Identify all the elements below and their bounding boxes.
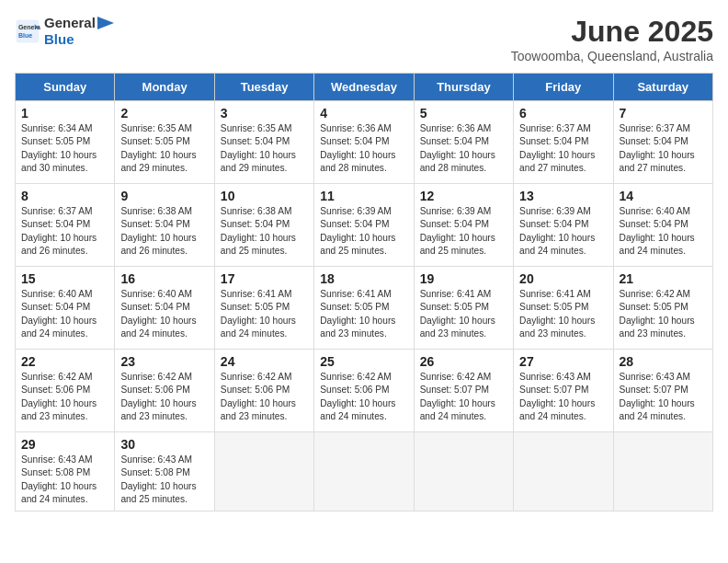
calendar-cell: 11Sunrise: 6:39 AM Sunset: 5:04 PM Dayli…: [314, 184, 414, 267]
calendar-week-row: 15Sunrise: 6:40 AM Sunset: 5:04 PM Dayli…: [16, 267, 713, 350]
calendar-cell: [214, 432, 313, 511]
calendar-cell: 3Sunrise: 6:35 AM Sunset: 5:04 PM Daylig…: [214, 101, 313, 184]
day-number: 9: [120, 189, 208, 203]
day-number: 22: [21, 354, 108, 369]
day-info: Sunrise: 6:41 AM Sunset: 5:05 PM Dayligh…: [420, 288, 507, 340]
calendar-cell: 15Sunrise: 6:40 AM Sunset: 5:04 PM Dayli…: [16, 267, 115, 350]
title-area: June 2025 Toowoomba, Queensland, Austral…: [511, 15, 713, 63]
day-info: Sunrise: 6:39 AM Sunset: 5:04 PM Dayligh…: [320, 205, 407, 258]
day-number: 24: [221, 354, 308, 369]
weekday-header-saturday: Saturday: [613, 74, 712, 101]
day-number: 18: [320, 271, 407, 286]
day-info: Sunrise: 6:39 AM Sunset: 5:04 PM Dayligh…: [519, 205, 607, 258]
day-number: 29: [21, 437, 108, 452]
day-number: 13: [519, 189, 607, 203]
day-info: Sunrise: 6:38 AM Sunset: 5:04 PM Dayligh…: [120, 205, 208, 258]
day-number: 17: [221, 271, 308, 286]
day-number: 2: [120, 106, 208, 121]
day-number: 10: [221, 189, 308, 203]
day-info: Sunrise: 6:37 AM Sunset: 5:04 PM Dayligh…: [519, 122, 607, 175]
weekday-header-sunday: Sunday: [16, 74, 115, 101]
day-number: 14: [620, 189, 707, 203]
calendar-cell: 8Sunrise: 6:37 AM Sunset: 5:04 PM Daylig…: [16, 184, 115, 267]
calendar-cell: 21Sunrise: 6:42 AM Sunset: 5:05 PM Dayli…: [613, 267, 712, 350]
calendar-cell: 9Sunrise: 6:38 AM Sunset: 5:04 PM Daylig…: [115, 184, 214, 267]
calendar-cell: 28Sunrise: 6:43 AM Sunset: 5:07 PM Dayli…: [613, 350, 712, 432]
weekday-header-thursday: Thursday: [414, 74, 513, 101]
day-number: 11: [320, 189, 407, 203]
calendar-cell: 20Sunrise: 6:41 AM Sunset: 5:05 PM Dayli…: [514, 267, 613, 350]
day-info: Sunrise: 6:39 AM Sunset: 5:04 PM Dayligh…: [420, 205, 507, 258]
day-info: Sunrise: 6:34 AM Sunset: 5:05 PM Dayligh…: [21, 122, 108, 175]
calendar-cell: 6Sunrise: 6:37 AM Sunset: 5:04 PM Daylig…: [514, 101, 613, 184]
day-info: Sunrise: 6:35 AM Sunset: 5:05 PM Dayligh…: [120, 122, 208, 175]
day-info: Sunrise: 6:38 AM Sunset: 5:04 PM Dayligh…: [221, 205, 308, 258]
day-number: 1: [21, 106, 108, 121]
calendar-cell: 2Sunrise: 6:35 AM Sunset: 5:05 PM Daylig…: [115, 101, 214, 184]
day-info: Sunrise: 6:40 AM Sunset: 5:04 PM Dayligh…: [620, 205, 707, 258]
calendar-cell: 27Sunrise: 6:43 AM Sunset: 5:07 PM Dayli…: [514, 350, 613, 432]
weekday-header-friday: Friday: [514, 74, 613, 101]
day-number: 23: [120, 354, 208, 369]
day-number: 26: [420, 354, 507, 369]
day-info: Sunrise: 6:40 AM Sunset: 5:04 PM Dayligh…: [120, 288, 208, 340]
calendar-week-row: 22Sunrise: 6:42 AM Sunset: 5:06 PM Dayli…: [16, 350, 713, 432]
svg-text:Blue: Blue: [18, 32, 32, 39]
weekday-header-monday: Monday: [115, 74, 214, 101]
page-header: General Blue General Blue June 2025 Toow…: [15, 15, 713, 63]
day-number: 15: [21, 271, 108, 286]
location-title: Toowoomba, Queensland, Australia: [511, 49, 713, 63]
day-info: Sunrise: 6:41 AM Sunset: 5:05 PM Dayligh…: [221, 288, 308, 340]
month-title: June 2025: [511, 15, 713, 49]
day-info: Sunrise: 6:37 AM Sunset: 5:04 PM Dayligh…: [620, 122, 707, 175]
svg-marker-4: [97, 17, 114, 29]
calendar-cell: 18Sunrise: 6:41 AM Sunset: 5:05 PM Dayli…: [314, 267, 414, 350]
svg-rect-0: [17, 20, 40, 43]
day-number: 4: [320, 106, 407, 121]
calendar-cell: 4Sunrise: 6:36 AM Sunset: 5:04 PM Daylig…: [314, 101, 414, 184]
calendar-cell: 26Sunrise: 6:42 AM Sunset: 5:07 PM Dayli…: [414, 350, 513, 432]
weekday-header-tuesday: Tuesday: [214, 74, 313, 101]
calendar-cell: 25Sunrise: 6:42 AM Sunset: 5:06 PM Dayli…: [314, 350, 414, 432]
day-info: Sunrise: 6:42 AM Sunset: 5:07 PM Dayligh…: [420, 371, 507, 423]
day-number: 8: [21, 189, 108, 203]
calendar-cell: 19Sunrise: 6:41 AM Sunset: 5:05 PM Dayli…: [414, 267, 513, 350]
day-info: Sunrise: 6:42 AM Sunset: 5:06 PM Dayligh…: [221, 371, 308, 423]
day-number: 3: [221, 106, 308, 121]
calendar-header-row: SundayMondayTuesdayWednesdayThursdayFrid…: [16, 74, 713, 101]
logo-arrow-icon: [97, 17, 114, 29]
day-info: Sunrise: 6:42 AM Sunset: 5:06 PM Dayligh…: [120, 371, 208, 423]
calendar-cell: [314, 432, 414, 511]
calendar-table: SundayMondayTuesdayWednesdayThursdayFrid…: [15, 73, 713, 511]
day-info: Sunrise: 6:43 AM Sunset: 5:08 PM Dayligh…: [21, 454, 108, 506]
day-info: Sunrise: 6:41 AM Sunset: 5:05 PM Dayligh…: [320, 288, 407, 340]
day-number: 6: [519, 106, 607, 121]
calendar-cell: [613, 432, 712, 511]
day-info: Sunrise: 6:40 AM Sunset: 5:04 PM Dayligh…: [21, 288, 108, 340]
calendar-cell: 30Sunrise: 6:43 AM Sunset: 5:08 PM Dayli…: [115, 432, 214, 511]
calendar-week-row: 29Sunrise: 6:43 AM Sunset: 5:08 PM Dayli…: [16, 432, 713, 511]
calendar-week-row: 8Sunrise: 6:37 AM Sunset: 5:04 PM Daylig…: [16, 184, 713, 267]
logo-blue: Blue: [44, 31, 114, 48]
calendar-cell: 22Sunrise: 6:42 AM Sunset: 5:06 PM Dayli…: [16, 350, 115, 432]
calendar-cell: 12Sunrise: 6:39 AM Sunset: 5:04 PM Dayli…: [414, 184, 513, 267]
calendar-cell: 13Sunrise: 6:39 AM Sunset: 5:04 PM Dayli…: [514, 184, 613, 267]
calendar-cell: 17Sunrise: 6:41 AM Sunset: 5:05 PM Dayli…: [214, 267, 313, 350]
day-number: 28: [620, 354, 707, 369]
calendar-cell: [414, 432, 513, 511]
day-number: 19: [420, 271, 507, 286]
day-number: 25: [320, 354, 407, 369]
calendar-cell: 14Sunrise: 6:40 AM Sunset: 5:04 PM Dayli…: [613, 184, 712, 267]
day-info: Sunrise: 6:42 AM Sunset: 5:06 PM Dayligh…: [320, 371, 407, 423]
day-info: Sunrise: 6:43 AM Sunset: 5:08 PM Dayligh…: [120, 454, 208, 506]
day-info: Sunrise: 6:42 AM Sunset: 5:05 PM Dayligh…: [620, 288, 707, 340]
calendar-cell: 16Sunrise: 6:40 AM Sunset: 5:04 PM Dayli…: [115, 267, 214, 350]
calendar-cell: 7Sunrise: 6:37 AM Sunset: 5:04 PM Daylig…: [613, 101, 712, 184]
day-number: 16: [120, 271, 208, 286]
day-number: 20: [519, 271, 607, 286]
day-number: 21: [620, 271, 707, 286]
logo-icon: General Blue: [15, 18, 40, 44]
calendar-cell: 10Sunrise: 6:38 AM Sunset: 5:04 PM Dayli…: [214, 184, 313, 267]
day-info: Sunrise: 6:35 AM Sunset: 5:04 PM Dayligh…: [221, 122, 308, 175]
logo-general: General: [44, 15, 96, 31]
